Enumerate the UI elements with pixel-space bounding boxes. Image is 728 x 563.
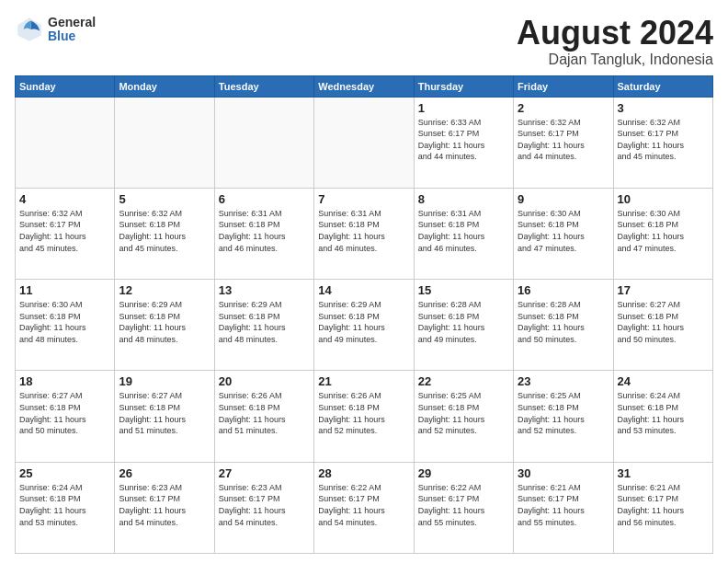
day-number: 22 (418, 374, 509, 388)
table-row (16, 97, 115, 188)
day-info: Sunrise: 6:26 AM Sunset: 6:18 PM Dayligh… (318, 390, 409, 436)
table-row: 4Sunrise: 6:32 AM Sunset: 6:17 PM Daylig… (16, 188, 115, 279)
col-wednesday: Wednesday (314, 75, 414, 97)
day-number: 30 (518, 466, 609, 480)
day-info: Sunrise: 6:24 AM Sunset: 6:18 PM Dayligh… (618, 390, 709, 436)
day-info: Sunrise: 6:26 AM Sunset: 6:18 PM Dayligh… (219, 390, 310, 436)
table-row: 8Sunrise: 6:31 AM Sunset: 6:18 PM Daylig… (414, 188, 513, 279)
table-row (214, 97, 313, 188)
table-row: 13Sunrise: 6:29 AM Sunset: 6:18 PM Dayli… (214, 280, 313, 371)
day-info: Sunrise: 6:21 AM Sunset: 6:17 PM Dayligh… (518, 482, 609, 528)
table-row: 12Sunrise: 6:29 AM Sunset: 6:18 PM Dayli… (115, 280, 214, 371)
day-number: 5 (119, 192, 210, 206)
day-number: 1 (418, 101, 509, 115)
day-info: Sunrise: 6:22 AM Sunset: 6:17 PM Dayligh… (418, 482, 509, 528)
day-number: 27 (219, 466, 310, 480)
day-info: Sunrise: 6:21 AM Sunset: 6:17 PM Dayligh… (618, 482, 709, 528)
day-number: 2 (518, 101, 609, 115)
table-row: 28Sunrise: 6:22 AM Sunset: 6:17 PM Dayli… (314, 462, 414, 553)
day-info: Sunrise: 6:24 AM Sunset: 6:18 PM Dayligh… (19, 482, 110, 528)
day-info: Sunrise: 6:23 AM Sunset: 6:17 PM Dayligh… (119, 482, 210, 528)
day-number: 7 (318, 192, 409, 206)
day-info: Sunrise: 6:27 AM Sunset: 6:18 PM Dayligh… (119, 390, 210, 436)
day-number: 14 (318, 283, 409, 297)
title-block: August 2024 Dajan Tangluk, Indonesia (517, 15, 713, 68)
table-row: 27Sunrise: 6:23 AM Sunset: 6:17 PM Dayli… (214, 462, 313, 553)
day-number: 26 (119, 466, 210, 480)
table-row (314, 97, 414, 188)
day-number: 13 (219, 283, 310, 297)
table-row: 15Sunrise: 6:28 AM Sunset: 6:18 PM Dayli… (414, 280, 513, 371)
calendar-week-row: 18Sunrise: 6:27 AM Sunset: 6:18 PM Dayli… (16, 371, 713, 462)
table-row: 25Sunrise: 6:24 AM Sunset: 6:18 PM Dayli… (16, 462, 115, 553)
table-row: 14Sunrise: 6:29 AM Sunset: 6:18 PM Dayli… (314, 280, 414, 371)
table-row: 11Sunrise: 6:30 AM Sunset: 6:18 PM Dayli… (16, 280, 115, 371)
day-number: 6 (219, 192, 310, 206)
logo-text: General Blue (48, 16, 96, 44)
day-info: Sunrise: 6:31 AM Sunset: 6:18 PM Dayligh… (318, 208, 409, 254)
table-row: 26Sunrise: 6:23 AM Sunset: 6:17 PM Dayli… (115, 462, 214, 553)
table-row: 10Sunrise: 6:30 AM Sunset: 6:18 PM Dayli… (613, 188, 712, 279)
table-row: 2Sunrise: 6:32 AM Sunset: 6:17 PM Daylig… (514, 97, 613, 188)
col-tuesday: Tuesday (214, 75, 313, 97)
calendar-table: Sunday Monday Tuesday Wednesday Thursday… (15, 75, 713, 554)
table-row: 24Sunrise: 6:24 AM Sunset: 6:18 PM Dayli… (613, 371, 712, 462)
table-row: 3Sunrise: 6:32 AM Sunset: 6:17 PM Daylig… (613, 97, 712, 188)
col-sunday: Sunday (16, 75, 115, 97)
calendar-week-row: 4Sunrise: 6:32 AM Sunset: 6:17 PM Daylig… (16, 188, 713, 279)
day-info: Sunrise: 6:32 AM Sunset: 6:17 PM Dayligh… (19, 208, 110, 254)
day-info: Sunrise: 6:25 AM Sunset: 6:18 PM Dayligh… (418, 390, 509, 436)
day-number: 9 (518, 192, 609, 206)
table-row: 31Sunrise: 6:21 AM Sunset: 6:17 PM Dayli… (613, 462, 712, 553)
day-number: 20 (219, 374, 310, 388)
day-info: Sunrise: 6:33 AM Sunset: 6:17 PM Dayligh… (418, 117, 509, 163)
table-row: 30Sunrise: 6:21 AM Sunset: 6:17 PM Dayli… (514, 462, 613, 553)
table-row: 1Sunrise: 6:33 AM Sunset: 6:17 PM Daylig… (414, 97, 513, 188)
calendar-week-row: 1Sunrise: 6:33 AM Sunset: 6:17 PM Daylig… (16, 97, 713, 188)
header: General Blue August 2024 Dajan Tangluk, … (15, 15, 713, 68)
table-row: 9Sunrise: 6:30 AM Sunset: 6:18 PM Daylig… (514, 188, 613, 279)
day-number: 23 (518, 374, 609, 388)
day-info: Sunrise: 6:32 AM Sunset: 6:18 PM Dayligh… (119, 208, 210, 254)
day-info: Sunrise: 6:30 AM Sunset: 6:18 PM Dayligh… (19, 299, 110, 345)
day-number: 17 (618, 283, 709, 297)
table-row: 23Sunrise: 6:25 AM Sunset: 6:18 PM Dayli… (514, 371, 613, 462)
day-info: Sunrise: 6:28 AM Sunset: 6:18 PM Dayligh… (518, 299, 609, 345)
col-saturday: Saturday (613, 75, 712, 97)
day-info: Sunrise: 6:32 AM Sunset: 6:17 PM Dayligh… (518, 117, 609, 163)
day-number: 16 (518, 283, 609, 297)
day-info: Sunrise: 6:27 AM Sunset: 6:18 PM Dayligh… (19, 390, 110, 436)
calendar-location: Dajan Tangluk, Indonesia (517, 52, 713, 68)
day-info: Sunrise: 6:30 AM Sunset: 6:18 PM Dayligh… (618, 208, 709, 254)
day-number: 12 (119, 283, 210, 297)
table-row: 6Sunrise: 6:31 AM Sunset: 6:18 PM Daylig… (214, 188, 313, 279)
day-number: 19 (119, 374, 210, 388)
day-info: Sunrise: 6:31 AM Sunset: 6:18 PM Dayligh… (219, 208, 310, 254)
col-monday: Monday (115, 75, 214, 97)
table-row: 18Sunrise: 6:27 AM Sunset: 6:18 PM Dayli… (16, 371, 115, 462)
logo: General Blue (15, 15, 96, 44)
day-info: Sunrise: 6:29 AM Sunset: 6:18 PM Dayligh… (119, 299, 210, 345)
table-row: 19Sunrise: 6:27 AM Sunset: 6:18 PM Dayli… (115, 371, 214, 462)
logo-icon (15, 15, 44, 44)
calendar-header-row: Sunday Monday Tuesday Wednesday Thursday… (16, 75, 713, 97)
day-info: Sunrise: 6:32 AM Sunset: 6:17 PM Dayligh… (618, 117, 709, 163)
day-number: 21 (318, 374, 409, 388)
table-row: 29Sunrise: 6:22 AM Sunset: 6:17 PM Dayli… (414, 462, 513, 553)
calendar-week-row: 25Sunrise: 6:24 AM Sunset: 6:18 PM Dayli… (16, 462, 713, 553)
col-friday: Friday (514, 75, 613, 97)
table-row: 20Sunrise: 6:26 AM Sunset: 6:18 PM Dayli… (214, 371, 313, 462)
logo-general-text: General (48, 16, 96, 29)
table-row: 7Sunrise: 6:31 AM Sunset: 6:18 PM Daylig… (314, 188, 414, 279)
page: General Blue August 2024 Dajan Tangluk, … (0, 0, 728, 563)
table-row: 17Sunrise: 6:27 AM Sunset: 6:18 PM Dayli… (613, 280, 712, 371)
day-number: 29 (418, 466, 509, 480)
day-info: Sunrise: 6:29 AM Sunset: 6:18 PM Dayligh… (318, 299, 409, 345)
col-thursday: Thursday (414, 75, 513, 97)
day-info: Sunrise: 6:31 AM Sunset: 6:18 PM Dayligh… (418, 208, 509, 254)
table-row (115, 97, 214, 188)
day-number: 4 (19, 192, 110, 206)
table-row: 16Sunrise: 6:28 AM Sunset: 6:18 PM Dayli… (514, 280, 613, 371)
day-number: 3 (618, 101, 709, 115)
day-info: Sunrise: 6:23 AM Sunset: 6:17 PM Dayligh… (219, 482, 310, 528)
